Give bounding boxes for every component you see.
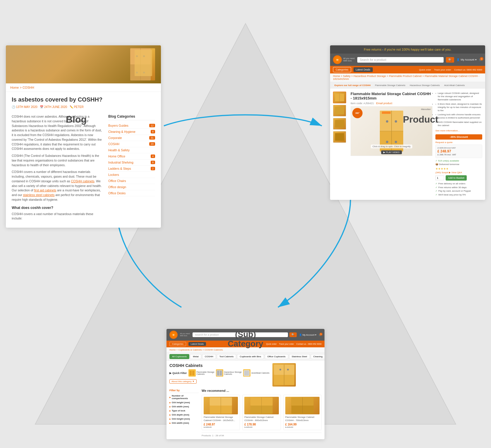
subcat-product-card-1[interactable]: Flammable Material Storage Cabinet COSHH… [202, 395, 240, 430]
subcat-search-placeholder: Search for a product [195, 333, 219, 336]
svg-point-36 [279, 369, 281, 370]
subcat-tab-tool[interactable]: Tool Cabinets [217, 354, 236, 359]
svg-rect-5 [130, 48, 151, 64]
product-logo-text: All you need.With love. [343, 57, 355, 62]
subcat-page-title: COSHH Cabinets [169, 363, 269, 368]
blog-cat-count-0: 12 [149, 124, 155, 127]
subcat-filter-depth[interactable]: O/A depth (mm) [169, 413, 199, 416]
subcat-track-order[interactable]: Track your order [279, 343, 294, 345]
subcat-product-img-2 [244, 397, 279, 414]
product-item-code: Item code: AJ56421 [351, 102, 374, 105]
product-email-link[interactable]: Email product [376, 102, 392, 105]
subcat-account[interactable]: 👤 My Account ▾ [299, 334, 316, 336]
subcat-breadcrumb-text: Home > Cupboards & Cabinets > COSHH Cabi… [169, 349, 223, 351]
blog-cat-buyers-guides[interactable]: Buyers Guides 12 [108, 123, 155, 129]
product-account-btn[interactable]: 👤 My Account ▾ [456, 58, 477, 61]
product-specs-column: Large robust COSHH cabinet, designed for… [435, 92, 482, 197]
subcat-nav-links: Quick order Track your order Contact us … [266, 343, 322, 345]
subcat-tab-steel[interactable]: Stainless Steel [289, 354, 310, 359]
subcat-tab-metal[interactable]: Metal [190, 354, 201, 359]
subcat-filter-width1[interactable]: O/A width (mm) [169, 405, 199, 408]
subcat-about-btn[interactable]: About this category ▼ [169, 379, 197, 384]
blog-cat-office-desks[interactable]: Office Desks [108, 190, 155, 196]
subcat-filter-width2[interactable]: O/A width (mm) [169, 422, 199, 424]
blog-cat-label-4: Health & Safety [108, 148, 130, 152]
blog-cat-office-design[interactable]: Office design [108, 184, 155, 190]
subcat-tab-cleaning[interactable]: Cleaning [311, 354, 325, 359]
subcat-product-card-2[interactable]: Flammable Storage Cabinet COSHH - 900x91… [242, 395, 281, 430]
subcat-product-price-3: £ 164.99 [285, 423, 320, 426]
blog-cat-industrial[interactable]: Industrial Shelving 8 [108, 159, 155, 166]
product-reviews[interactable]: (340) Sceptr ▶ View Q&A [435, 171, 482, 174]
subcat-filter-acid[interactable]: Acid/Alkali Cabinets [243, 369, 269, 377]
blog-cat-corporate[interactable]: Corporate 31 [108, 135, 155, 141]
blog-cat-coshh[interactable]: COSHH 20 [108, 141, 155, 147]
subcat-product-was-2: £ 225.00 [244, 426, 279, 428]
subcat-products-grid: Flammable Material Storage Cabinet COSHH… [202, 395, 322, 430]
product-see-more-link[interactable]: See more information... [435, 129, 482, 132]
product-360-badge[interactable]: 360° [352, 108, 363, 118]
subcat-tab-all[interactable]: All Cupboards [169, 354, 189, 359]
product-spec-4: GHS COSHH flammable label supplied on th… [435, 121, 482, 127]
product-sub-nav-explore[interactable]: Explore our full range of COSHH [333, 83, 372, 87]
blog-cat-home-office[interactable]: Home Office 4 [108, 153, 155, 159]
blog-cat-ladders[interactable]: Ladders & Steps 2 [108, 166, 155, 172]
product-search-button[interactable]: 🔍 [446, 57, 454, 63]
subcat-filter-flammable[interactable]: Flammable StorageCabinets [188, 369, 214, 377]
product-thumb-4[interactable] [333, 131, 346, 143]
coshh-cabinets-link[interactable]: COSHH cabinets [71, 179, 95, 183]
blog-breadcrumb-home: Home > COSHH [10, 86, 34, 89]
product-quantity-input[interactable] [435, 176, 444, 180]
subcat-deals-btn[interactable]: Latest Deals [188, 342, 206, 346]
subcat-tab-office[interactable]: Office Cupboards [265, 354, 288, 359]
product-deals-button[interactable]: Latest Deals [353, 67, 373, 72]
product-sub-nav-acid[interactable]: Acid Alkali Cabinets [443, 83, 466, 87]
product-request-quote[interactable]: Request a quote [435, 141, 482, 144]
product-thumb-3[interactable] [333, 118, 346, 130]
subcat-tab-coshh[interactable]: COSHH [202, 354, 216, 359]
subcat-filter-compartments[interactable]: Number of compartments [169, 394, 199, 400]
blog-cat-cleaning[interactable]: Cleaning & Hygiene 8 [108, 129, 155, 135]
svg-rect-30 [220, 371, 222, 375]
product-spec-2: 0.9mm thick steel, designed to maintain … [435, 102, 482, 112]
blog-article-title: Is asbestos covered by COSHH? [12, 96, 155, 103]
product-categories-button[interactable]: Categories [333, 67, 351, 72]
product-search-input[interactable]: Search for a product [357, 57, 444, 63]
product-cart-icon[interactable]: 🛒 0 [479, 58, 482, 61]
svg-rect-15 [335, 133, 344, 141]
product-track-order[interactable]: Track your order [434, 68, 451, 71]
product-sub-nav-hazardous[interactable]: Hazardous Storage Cabinets [408, 83, 441, 87]
subcat-filter-height1[interactable]: O/A height (mm) [169, 401, 199, 404]
steel-cabinets-link[interactable]: stainless steel cabinets [23, 193, 55, 197]
product-title: Flammable Material Storage Cabinet COSHH… [351, 92, 432, 100]
product-contact-us: Contact us: 0800 652 6000 [454, 68, 482, 71]
subcat-quick-order[interactable]: Quick order [266, 343, 277, 345]
subcat-product-title-1: Flammable Material Storage Cabinet COSHH… [204, 416, 238, 422]
product-cart-badge: 0 [480, 57, 483, 61]
add-to-basket-button[interactable]: Add to Basket [446, 175, 467, 181]
subcat-categories-btn[interactable]: Categories [169, 342, 186, 346]
blog-meta: 🕐 13TH MAY 2020 📅 24TH JUNE 2020 ✏️ PETE… [12, 105, 155, 109]
product-thumb-2[interactable] [333, 105, 346, 116]
blog-cat-lockers[interactable]: Lockers [108, 172, 155, 178]
subcat-filter-hazardous[interactable]: Hazardous StorageCabinets [216, 369, 242, 377]
subcat-product-card-3[interactable]: Flammable Storage Cabinet COSHH - 700x91… [283, 395, 322, 430]
first-aid-link[interactable]: first aid cabinets [34, 188, 56, 192]
blog-cat-office-chairs[interactable]: Office Chairs [108, 178, 155, 184]
blog-cat-count-1: 8 [151, 130, 155, 133]
blog-cat-health-safety[interactable]: Health & Safety [108, 147, 155, 153]
subcat-tab-bins[interactable]: Cupboards with Bins [237, 354, 264, 359]
subcat-contact-us: Contact us - 0800 652 6000 [296, 343, 322, 345]
product-benefit-3: Pay by card, account or Paypal [435, 189, 482, 193]
subcat-filter-height2[interactable]: O/A height (mm) [169, 418, 199, 420]
product-play-video-btn[interactable]: ▶ PLAY VIDEO [381, 150, 402, 154]
product-delivery-text: Delivered tomorrow [439, 163, 459, 166]
product-thumb-1[interactable] [333, 92, 346, 103]
subcat-cart[interactable]: 🛒 5 [319, 334, 322, 336]
product-quick-order[interactable]: Quick order [419, 68, 431, 71]
product-sub-nav-flammable[interactable]: Flammable Storage Cabinets [374, 83, 407, 87]
subcat-search-button[interactable]: 🔍 [289, 332, 297, 337]
subcat-filter-lock[interactable]: Type of lock [169, 409, 199, 412]
subcat-product-price-1: £ 248.97 [204, 423, 238, 426]
product-spec-1: Large robust COSHH cabinet, designed for… [435, 92, 482, 102]
